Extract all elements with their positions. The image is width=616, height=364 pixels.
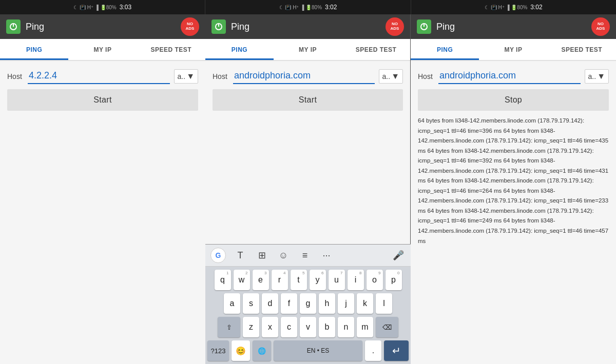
key-label: p	[391, 275, 396, 285]
host-label: Host	[7, 72, 24, 80]
key-_[interactable]: .	[365, 340, 381, 361]
key-hint: 0	[397, 271, 399, 275]
key-label: z	[249, 322, 253, 332]
key-x[interactable]: x	[262, 317, 278, 337]
clipboard-icon[interactable]: ≡	[298, 248, 312, 262]
dropdown-arrow-icon: ▼	[186, 72, 195, 81]
key-_[interactable]: ⇧	[218, 317, 240, 337]
key-hint: 6	[321, 271, 323, 275]
key-n[interactable]: n	[338, 317, 354, 337]
key-s[interactable]: s	[243, 293, 259, 314]
key-__[interactable]: 😊	[232, 340, 250, 361]
key-_123[interactable]: ?123	[207, 340, 229, 361]
tab-speed-test[interactable]: SPEED TEST	[548, 39, 616, 60]
no-ads-badge[interactable]: NOADS	[591, 17, 610, 36]
more-icon[interactable]: ···	[319, 248, 334, 262]
host-label: Host	[213, 72, 229, 80]
dropdown-container[interactable]: a.. ▼	[174, 69, 198, 84]
key-u[interactable]: 7u	[329, 270, 345, 290]
host-input[interactable]	[233, 68, 375, 84]
emoji-toolbar-icon[interactable]: ☺	[276, 248, 291, 262]
key-m[interactable]: m	[357, 317, 373, 337]
key-label: a	[230, 299, 235, 308]
dropdown-container[interactable]: a.. ▼	[585, 69, 609, 84]
key-h[interactable]: h	[319, 293, 335, 314]
tab-bar: PINGMY IPSPEED TEST	[0, 39, 205, 61]
tab-ping[interactable]: PING	[0, 39, 68, 60]
dropdown-value: a..	[178, 72, 186, 80]
key-_[interactable]: ⌫	[376, 317, 398, 337]
key-r[interactable]: 4r	[272, 270, 288, 290]
status-icons: ☾ 📳 H⁺ ▐ 🔋80%	[73, 5, 116, 10]
dropdown-container[interactable]: a.. ▼	[379, 69, 403, 84]
tab-my-ip[interactable]: MY IP	[274, 39, 342, 60]
key-label: n	[344, 322, 349, 332]
start-button[interactable]: Start	[213, 89, 403, 111]
host-row: Host a.. ▼	[418, 68, 609, 84]
dropdown-value: a..	[382, 72, 391, 80]
key-t[interactable]: 5t	[291, 270, 307, 290]
key-label: k	[363, 299, 367, 308]
dropdown-value: a..	[588, 72, 596, 80]
ping-output: 64 bytes from li348-142.members.linode.c…	[418, 116, 609, 246]
key-c[interactable]: c	[281, 317, 297, 337]
text-style-icon[interactable]: T	[233, 248, 247, 262]
key-p[interactable]: 0p	[386, 270, 402, 290]
app-bar: Ping NOADS	[205, 14, 410, 39]
grid-icon[interactable]: ⊞	[255, 248, 269, 262]
screen-wrapper-3: Ping NOADS PINGMY IPSPEED TEST Host a.. …	[411, 14, 616, 364]
key-hint: 8	[359, 271, 361, 275]
key-__[interactable]: 🌐	[253, 340, 271, 361]
tab-speed-test[interactable]: SPEED TEST	[342, 39, 410, 60]
status-bar: ☾ 📳 H⁺ ▐ 🔋80% 3:02	[411, 0, 616, 14]
key-y[interactable]: 6y	[310, 270, 326, 290]
key-label: l	[383, 299, 385, 308]
no-ads-badge[interactable]: NOADS	[386, 17, 404, 36]
key-label: j	[345, 299, 347, 308]
key-q[interactable]: 1q	[215, 270, 231, 290]
key-label: ?123	[211, 347, 226, 355]
keyboard-row-4: ?123😊🌐EN • ES.↵	[207, 340, 409, 361]
screen-wrapper-1: Ping NOADS PINGMY IPSPEED TEST Host a.. …	[0, 14, 205, 364]
key-_[interactable]: ↵	[384, 340, 409, 361]
key-i[interactable]: 8i	[348, 270, 364, 290]
key-g[interactable]: g	[300, 293, 316, 314]
tab-my-ip[interactable]: MY IP	[68, 39, 137, 60]
key-v[interactable]: v	[300, 317, 316, 337]
key-o[interactable]: 9o	[367, 270, 383, 290]
key-w[interactable]: 2w	[234, 270, 250, 290]
key-label: ⌫	[382, 323, 392, 331]
screens-container: Ping NOADS PINGMY IPSPEED TEST Host a.. …	[0, 14, 616, 364]
key-k[interactable]: k	[357, 293, 373, 314]
key-j[interactable]: j	[338, 293, 354, 314]
key-b[interactable]: b	[319, 317, 335, 337]
no-ads-badge[interactable]: NOADS	[181, 17, 199, 36]
key-label: b	[325, 322, 330, 332]
tab-ping[interactable]: PING	[205, 39, 274, 60]
key-d[interactable]: d	[262, 293, 278, 314]
key-a[interactable]: a	[224, 293, 240, 314]
tab-speed-test[interactable]: SPEED TEST	[137, 39, 205, 60]
stop-button[interactable]: Stop	[418, 89, 609, 111]
key-l[interactable]: l	[376, 293, 392, 314]
tab-ping[interactable]: PING	[411, 39, 479, 60]
microphone-icon[interactable]: 🎤	[391, 248, 406, 262]
host-input[interactable]	[438, 68, 581, 84]
host-input[interactable]	[28, 68, 170, 84]
key-label: ↵	[392, 345, 401, 357]
key-e[interactable]: 3e	[253, 270, 269, 290]
key-z[interactable]: z	[243, 317, 259, 337]
status-time: 3:02	[325, 4, 337, 11]
key-label: i	[355, 275, 357, 285]
host-row: Host a.. ▼	[213, 68, 403, 84]
start-button[interactable]: Start	[7, 89, 198, 111]
google-icon[interactable]: G	[210, 248, 226, 263]
key-label: t	[297, 275, 299, 285]
tab-my-ip[interactable]: MY IP	[479, 39, 547, 60]
key-f[interactable]: f	[281, 293, 297, 314]
tab-bar: PINGMY IPSPEED TEST	[411, 39, 616, 61]
key-label: m	[361, 322, 368, 332]
content-area: Host a.. ▼ Start	[0, 61, 205, 364]
key-EN___ES[interactable]: EN • ES	[274, 340, 362, 361]
status-time: 3:03	[120, 4, 131, 11]
